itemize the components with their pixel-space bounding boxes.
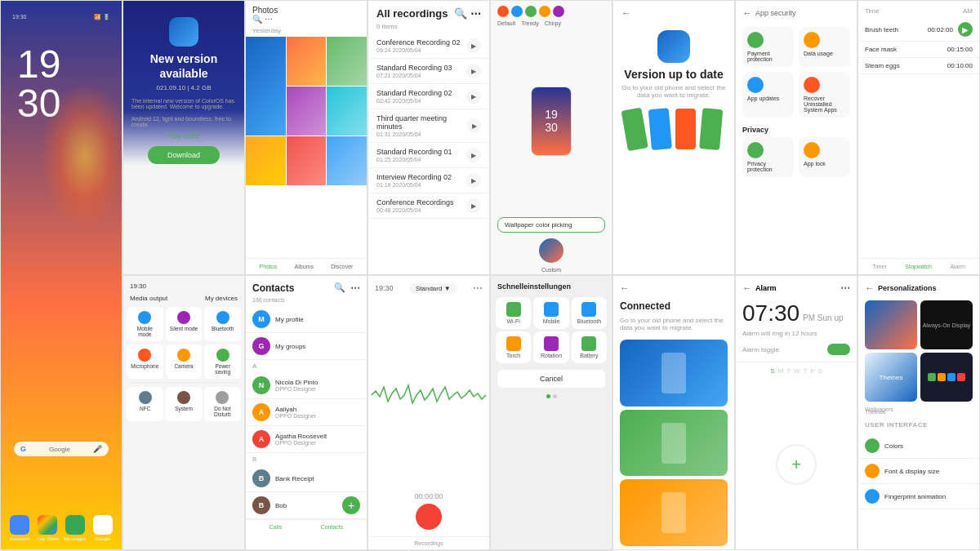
photo-cell-6[interactable] bbox=[246, 136, 286, 185]
qs-powersave[interactable]: Power saving bbox=[204, 344, 241, 379]
task-item-1[interactable]: Face mask 00:15:00 bbox=[858, 42, 979, 58]
rec-item-1[interactable]: Standard Recording 03 07:21 2020/05/04 ▶ bbox=[368, 59, 489, 84]
day-wed[interactable]: W bbox=[794, 367, 800, 375]
day-thu[interactable]: T bbox=[804, 367, 808, 375]
security-back-btn[interactable]: ← bbox=[742, 7, 752, 19]
schnell-battery[interactable]: Battery bbox=[572, 331, 607, 363]
alarm-toggle[interactable] bbox=[827, 344, 850, 355]
pers-themes[interactable]: Themes bbox=[865, 353, 917, 402]
pers-back[interactable]: ← bbox=[865, 282, 875, 294]
alarm-add-btn[interactable]: + bbox=[776, 444, 817, 485]
ui-font[interactable]: Font & display size bbox=[858, 459, 979, 484]
qs-silent[interactable]: Silent mode bbox=[166, 307, 203, 341]
pers-aod[interactable]: Always-On Display bbox=[920, 300, 973, 349]
nav-stopwatch[interactable]: Stopwatch bbox=[905, 264, 932, 269]
rec-item-6[interactable]: Conference Recordings 00:48 2020/05/04 ▶ bbox=[368, 193, 489, 219]
schnell-cancel-btn[interactable]: Cancel bbox=[497, 370, 605, 388]
nav-albums[interactable]: Albums bbox=[295, 264, 314, 269]
recordings-search[interactable]: 🔍 ⋯ bbox=[454, 7, 481, 20]
day-fri[interactable]: F bbox=[811, 367, 815, 375]
qs-mobile-mode[interactable]: Mobile mode bbox=[127, 307, 163, 341]
sec-data[interactable]: Data usage bbox=[799, 27, 850, 67]
rec-play-6[interactable]: ▶ bbox=[466, 198, 481, 213]
ui-colors[interactable]: Colors bbox=[858, 433, 979, 459]
connected-back[interactable]: ← bbox=[620, 282, 630, 294]
rec-item-5[interactable]: Interview Recording 02 01:18 2020/05/04 … bbox=[368, 168, 489, 193]
alarm-menu[interactable]: ⋯ bbox=[840, 282, 850, 294]
oppo-search-bar[interactable]: G Google 🎤 bbox=[14, 442, 109, 456]
contact-bob[interactable]: B Bob + bbox=[246, 492, 367, 519]
schnell-rotation[interactable]: Rotation bbox=[533, 331, 568, 363]
contact-agatha[interactable]: A Agatha Roosevelt OPPO Designer bbox=[246, 426, 367, 453]
day-sat[interactable]: S bbox=[817, 367, 822, 375]
photo-cell-1[interactable] bbox=[246, 37, 286, 136]
photo-cell-8[interactable] bbox=[327, 136, 367, 185]
photo-cell-3[interactable] bbox=[327, 37, 367, 86]
contact-nicola[interactable]: N Nicola Di Pinto OPPO Designer bbox=[246, 372, 367, 399]
contact-add-btn[interactable]: + bbox=[342, 496, 360, 514]
app-assistant[interactable]: Assistant bbox=[7, 515, 32, 541]
rec-item-0[interactable]: Conference Recording 02 09:24 2020/05/04… bbox=[368, 33, 489, 59]
rec-play-3[interactable]: ▶ bbox=[467, 118, 481, 133]
rec-play-2[interactable]: ▶ bbox=[466, 89, 481, 104]
rec-item-3[interactable]: Third quarter meeting minutes 01:31 2020… bbox=[368, 109, 489, 143]
qs-microphone[interactable]: Microphone bbox=[127, 344, 163, 379]
theme-custom-circle[interactable] bbox=[539, 238, 564, 263]
task-item-0[interactable]: Brush teeth 00:02:00 ▶ bbox=[858, 18, 979, 42]
qs-nfc[interactable]: NFC bbox=[127, 387, 163, 421]
schnell-torch[interactable]: Torch bbox=[496, 331, 531, 363]
nav-contacts[interactable]: Contacts bbox=[321, 524, 344, 530]
day-mon[interactable]: M bbox=[778, 367, 784, 375]
app-messages[interactable]: Messages bbox=[63, 515, 87, 541]
photos-search[interactable]: 🔍 ⋯ bbox=[252, 15, 360, 24]
nav-alarm-small[interactable]: Alarm bbox=[950, 264, 964, 269]
pers-wallpapers[interactable] bbox=[865, 300, 917, 349]
contacts-search-icon[interactable]: 🔍 bbox=[334, 282, 345, 294]
rec-play-0[interactable]: ▶ bbox=[466, 38, 481, 53]
nav-calls[interactable]: Calls bbox=[270, 524, 283, 530]
contact-myprofile[interactable]: M My profile bbox=[246, 306, 367, 333]
rec-play-5[interactable]: ▶ bbox=[466, 173, 481, 188]
sec-recover[interactable]: Recover Uninstalled System Apps bbox=[799, 72, 850, 118]
theme-label-trendy[interactable]: Trendy bbox=[521, 20, 539, 26]
photo-cell-7[interactable] bbox=[287, 136, 327, 185]
schnell-mobile[interactable]: Mobile bbox=[533, 297, 568, 329]
task-play-0[interactable]: ▶ bbox=[958, 22, 973, 37]
sec-updates[interactable]: App updates bbox=[742, 72, 794, 118]
play-video-link[interactable]: Play Video bbox=[168, 132, 199, 140]
nav-photos[interactable]: Photos bbox=[260, 264, 278, 269]
priv-applock[interactable]: App lock bbox=[799, 137, 850, 177]
qs-bluetooth[interactable]: Bluetooth bbox=[204, 307, 241, 341]
alarm-back[interactable]: ← bbox=[742, 282, 752, 294]
qs-donotdisturb[interactable]: Do Not Disturb bbox=[204, 387, 241, 421]
qs-system[interactable]: System bbox=[165, 387, 202, 421]
rec-item-4[interactable]: Standard Recording 01 01:25 2020/05/04 ▶ bbox=[368, 143, 489, 168]
rec-menu[interactable]: ⋯ bbox=[473, 282, 483, 294]
wallpaper-color-picking-btn[interactable]: Wallpaper color picking bbox=[497, 217, 605, 233]
rec-item-2[interactable]: Standard Recording 02 02:42 2020/05/04 ▶ bbox=[368, 84, 489, 109]
pers-realmui[interactable] bbox=[920, 353, 973, 402]
priv-protection[interactable]: Privacy protection bbox=[742, 137, 794, 177]
nav-timer[interactable]: Timer bbox=[872, 264, 887, 269]
ui-fingerprint[interactable]: Fingerprint animation bbox=[858, 484, 979, 509]
contacts-menu-icon[interactable]: ⋯ bbox=[350, 282, 360, 294]
app-playstore[interactable]: Play Store bbox=[35, 515, 60, 541]
rec-nav-recordings[interactable]: Recordings bbox=[414, 540, 443, 546]
day-sun[interactable]: S bbox=[770, 367, 774, 375]
rec-play-1[interactable]: ▶ bbox=[466, 64, 481, 78]
photo-cell-4[interactable] bbox=[287, 87, 327, 136]
contact-aaliyah[interactable]: A Aaliyah OPPO Designer bbox=[246, 399, 367, 426]
rec-play-4[interactable]: ▶ bbox=[466, 148, 481, 162]
mic-icon[interactable]: 🎤 bbox=[93, 445, 102, 453]
theme-label-default[interactable]: Default bbox=[497, 20, 515, 26]
theme-label-chirpy[interactable]: Chirpy bbox=[545, 20, 561, 26]
task-item-2[interactable]: Steam eggs 00:10:00 bbox=[858, 58, 979, 74]
schnell-bt[interactable]: Bluetooth bbox=[572, 297, 607, 329]
contact-bank[interactable]: B Bank Receipt bbox=[246, 465, 367, 492]
app-google[interactable]: Google bbox=[91, 515, 115, 541]
version-back-btn[interactable]: ← bbox=[621, 7, 631, 19]
sec-payment[interactable]: Payment protection bbox=[742, 27, 794, 67]
photo-cell-2[interactable] bbox=[287, 37, 327, 86]
schnell-wifi[interactable]: Wi-Fi bbox=[496, 297, 531, 329]
qs-camera[interactable]: Camera bbox=[166, 344, 203, 379]
